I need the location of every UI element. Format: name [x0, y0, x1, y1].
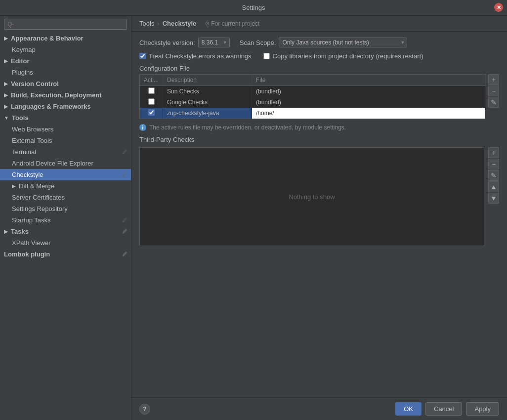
info-icon: i [139, 124, 146, 131]
version-select[interactable]: 8.36.1 8.35 8.34 [198, 38, 230, 47]
sidebar-item-label: External Tools [12, 137, 52, 144]
main-layout: ▶ Appearance & Behavior Keymap ▶ Editor … [0, 16, 507, 420]
third-party-down-button[interactable]: ▼ [488, 193, 499, 204]
sidebar-item-label: Build, Execution, Deployment [11, 91, 101, 99]
third-party-up-button[interactable]: ▲ [488, 181, 499, 192]
sidebar-item-xpath-viewer[interactable]: XPath Viewer [0, 237, 131, 249]
sidebar-item-label: Web Browsers [12, 126, 53, 133]
sidebar-item-tools[interactable]: ▼ Tools [0, 112, 131, 124]
treat-errors-checkbox[interactable] [139, 53, 146, 59]
table-row[interactable]: Sun Checks (bundled) [140, 86, 486, 97]
expand-icon: ▶ [4, 81, 8, 86]
col-active: Acti... [140, 75, 163, 86]
sidebar-item-server-certificates[interactable]: Server Certificates [0, 192, 131, 203]
expand-icon: ▶ [4, 229, 8, 234]
third-party-buttons-col: + − ✎ ▲ ▼ [488, 147, 499, 204]
settings-content: Checkstyle version: 8.36.1 8.35 8.34 Sca… [131, 32, 507, 397]
sidebar-item-web-browsers[interactable]: Web Browsers [0, 124, 131, 135]
col-description: Description [163, 75, 252, 86]
info-text: The active rules file may be overridden,… [149, 124, 346, 131]
row-active-cell [140, 86, 163, 97]
sidebar-item-label: Tasks [11, 228, 29, 235]
sidebar-item-version-control[interactable]: ▶ Version Control [0, 78, 131, 89]
table-row[interactable]: Google Checks (bundled) [140, 97, 486, 108]
pin-icon: 🖉 [122, 252, 127, 257]
sidebar-item-label: Languages & Frameworks [11, 103, 91, 110]
config-table-wrapper: Acti... Description File [139, 74, 486, 119]
third-party-title: Third-Party Checks [139, 136, 499, 143]
row-file-cell: (bundled) [252, 86, 486, 97]
third-party-add-button[interactable]: + [488, 147, 499, 158]
close-button[interactable]: ✕ [494, 3, 503, 12]
add-row-button[interactable]: + [488, 74, 499, 85]
info-text-row: i The active rules file may be overridde… [139, 124, 499, 131]
apply-button[interactable]: Apply [466, 402, 499, 416]
config-file-title: Configuration File [139, 65, 499, 72]
sidebar-item-label: Diff & Merge [19, 182, 54, 190]
sidebar-item-label: Terminal [12, 148, 36, 156]
sidebar-item-lombok[interactable]: Lombok plugin 🖉 [0, 249, 131, 260]
col-file: File [252, 75, 486, 86]
sidebar-item-checkstyle[interactable]: Checkstyle 🖉 [0, 169, 131, 180]
sidebar-item-languages[interactable]: ▶ Languages & Frameworks [0, 101, 131, 112]
ok-button[interactable]: OK [395, 402, 422, 416]
bottom-bar: ? OK Cancel Apply [131, 397, 507, 420]
third-party-edit-button[interactable]: ✎ [488, 170, 499, 181]
pin-icon: 🖉 [122, 229, 127, 234]
sidebar-item-plugins[interactable]: Plugins [0, 67, 131, 78]
version-scan-row: Checkstyle version: 8.36.1 8.35 8.34 Sca… [139, 38, 499, 47]
scan-scope-select[interactable]: Only Java sources (but not tests) Only J… [279, 38, 407, 47]
help-button[interactable]: ? [139, 404, 150, 415]
title-bar: Settings ✕ [0, 0, 507, 16]
expand-icon: ▶ [12, 183, 16, 189]
version-field: Checkstyle version: 8.36.1 8.35 8.34 [139, 38, 230, 47]
sidebar-item-label: Lombok plugin [4, 251, 50, 258]
cancel-button[interactable]: Cancel [425, 402, 462, 416]
copy-libraries-checkbox-label[interactable]: Copy libraries from project directory (r… [263, 52, 423, 60]
sidebar-item-tasks[interactable]: ▶ Tasks 🖉 [0, 226, 131, 237]
table-container: Acti... Description File [139, 74, 499, 119]
sidebar-item-label: Keymap [12, 46, 36, 53]
sidebar-item-label: Version Control [11, 80, 59, 87]
row-active-checkbox[interactable] [148, 98, 155, 105]
row-active-checkbox[interactable] [148, 109, 155, 116]
sidebar-item-label: Android Device File Explorer [12, 160, 93, 167]
edit-row-button[interactable]: ✎ [488, 97, 499, 108]
sidebar-item-diff-merge[interactable]: ▶ Diff & Merge [0, 180, 131, 192]
sidebar-item-android-device[interactable]: Android Device File Explorer [0, 158, 131, 169]
third-party-section: Third-Party Checks Nothing to show + − ✎… [139, 136, 499, 391]
for-current-project-label: For current project [205, 20, 259, 27]
breadcrumb-current: Checkstyle [163, 20, 197, 27]
row-description-cell: Google Checks [163, 97, 252, 108]
checkbox-row: Treat Checkstyle errors as warnings Copy… [139, 52, 499, 60]
treat-errors-checkbox-label[interactable]: Treat Checkstyle errors as warnings [139, 52, 252, 60]
row-description-cell: zup-checkstyle-java [163, 108, 252, 119]
sidebar-item-build[interactable]: ▶ Build, Execution, Deployment [0, 89, 131, 101]
content-panel: Tools › Checkstyle For current project C… [131, 16, 507, 420]
third-party-remove-button[interactable]: − [488, 159, 499, 169]
expand-icon: ▶ [4, 104, 8, 109]
sidebar-item-startup-tasks[interactable]: Startup Tasks 🖉 [0, 214, 131, 226]
sidebar-item-editor[interactable]: ▶ Editor [0, 55, 131, 67]
copy-libraries-label: Copy libraries from project directory (r… [273, 52, 423, 60]
sidebar-item-keymap[interactable]: Keymap [0, 44, 131, 55]
copy-libraries-checkbox[interactable] [263, 53, 270, 59]
table-row-selected[interactable]: zup-checkstyle-java /home/ [140, 108, 486, 119]
sidebar-item-terminal[interactable]: Terminal 🖉 [0, 146, 131, 158]
pin-icon: 🖉 [122, 149, 127, 155]
sidebar-item-appearance[interactable]: ▶ Appearance & Behavior [0, 33, 131, 44]
expand-icon: ▶ [4, 58, 8, 64]
search-input[interactable] [4, 19, 127, 30]
row-active-checkbox[interactable] [148, 87, 155, 94]
row-active-cell [140, 97, 163, 108]
breadcrumb: Tools › Checkstyle For current project [131, 16, 507, 32]
row-file-cell: /home/ [252, 108, 486, 119]
sidebar-item-external-tools[interactable]: External Tools [0, 135, 131, 146]
pin-icon: 🖉 [122, 217, 127, 223]
config-table: Acti... Description File [140, 75, 486, 119]
third-party-empty-label: Nothing to show [289, 193, 335, 201]
row-description-cell: Sun Checks [163, 86, 252, 97]
remove-row-button[interactable]: − [488, 85, 499, 96]
expand-icon: ▶ [4, 92, 8, 98]
sidebar-item-settings-repository[interactable]: Settings Repository [0, 203, 131, 214]
